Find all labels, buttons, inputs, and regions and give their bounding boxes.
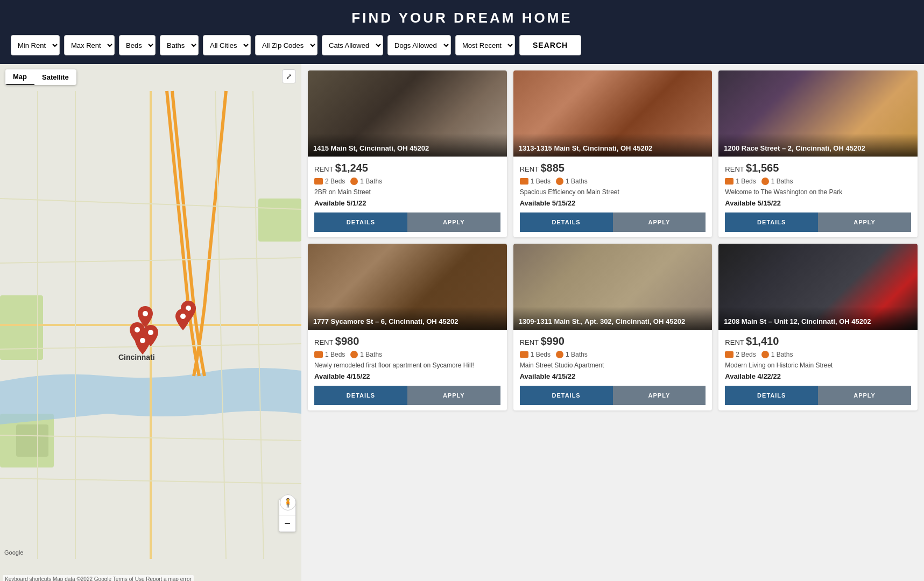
listing-rent-3: RENT $1,565 [725, 162, 911, 174]
map-background: Cincinnati [0, 64, 301, 581]
listing-availability-3: Available 5/15/22 [725, 199, 911, 207]
listing-description-2: Spacious Efficiency on Main Street [520, 188, 706, 196]
listing-description-5: Main Street Studio Apartment [520, 362, 706, 369]
listing-rent-2: RENT $885 [520, 162, 706, 174]
map-zoom-out-button[interactable]: − [279, 515, 295, 532]
listing-actions-1: DETAILS APPLY [314, 212, 500, 232]
map-panel: Map Satellite ⤢ [0, 64, 301, 581]
svg-text:Google: Google [4, 549, 23, 556]
zip-codes-select[interactable]: All Zip Codes [255, 35, 318, 55]
listing-image-6: 1208 Main St – Unit 12, Cincinnati, OH 4… [718, 244, 918, 330]
dogs-allowed-select[interactable]: Dogs Allowed [387, 35, 451, 55]
listing-bed-bath-1: 2 Beds 1 Baths [314, 178, 500, 185]
bed-icon-2 [520, 178, 528, 185]
bath-icon-4 [350, 351, 358, 358]
listing-rent-1: RENT $1,245 [314, 162, 500, 174]
details-button-1[interactable]: DETAILS [314, 212, 407, 232]
listing-baths-1: 1 Baths [350, 178, 382, 185]
listing-rent-4: RENT $980 [314, 335, 500, 348]
listing-bed-bath-2: 1 Beds 1 Baths [520, 178, 706, 185]
listings-panel: 1415 Main St, Cincinnati, OH 45202 RENT … [301, 64, 924, 581]
listing-actions-5: DETAILS APPLY [520, 386, 706, 405]
main-content: Map Satellite ⤢ [0, 64, 924, 581]
bed-icon-6 [725, 351, 733, 358]
listing-body-3: RENT $1,565 1 Beds 1 Baths Welcome to Th… [718, 157, 918, 237]
search-button[interactable]: SEARCH [519, 35, 581, 55]
apply-button-1[interactable]: APPLY [407, 212, 500, 232]
bath-icon-1 [350, 178, 358, 185]
details-button-4[interactable]: DETAILS [314, 386, 407, 405]
listing-availability-2: Available 5/15/22 [520, 199, 706, 207]
details-button-5[interactable]: DETAILS [520, 386, 613, 405]
listing-address-3: 1200 Race Street – 2, Cincinnati, OH 452… [718, 133, 918, 157]
details-button-6[interactable]: DETAILS [725, 386, 818, 405]
svg-rect-4 [16, 424, 48, 457]
listing-address-5: 1309-1311 Main St., Apt. 302, Cincinnati… [513, 307, 713, 330]
satellite-tab[interactable]: Satellite [34, 69, 76, 85]
listing-image-5: 1309-1311 Main St., Apt. 302, Cincinnati… [513, 244, 713, 330]
svg-point-18 [135, 327, 140, 332]
max-rent-select[interactable]: Max Rent [64, 35, 115, 55]
svg-point-20 [140, 338, 145, 343]
baths-select[interactable]: Baths [160, 35, 199, 55]
bed-icon-4 [314, 351, 323, 358]
listing-address-2: 1313-1315 Main St, Cincinnati, OH 45202 [513, 133, 713, 157]
cats-allowed-select[interactable]: Cats Allowed [322, 35, 383, 55]
apply-button-4[interactable]: APPLY [407, 386, 500, 405]
listing-baths-6: 1 Baths [761, 351, 793, 358]
details-button-3[interactable]: DETAILS [725, 212, 818, 232]
bath-icon-5 [556, 351, 563, 358]
listing-rent-6: RENT $1,410 [725, 335, 911, 348]
listing-availability-1: Available 5/1/22 [314, 199, 500, 207]
apply-button-6[interactable]: APPLY [818, 386, 911, 405]
listing-body-4: RENT $980 1 Beds 1 Baths Newly remodeled… [308, 330, 507, 410]
listing-body-6: RENT $1,410 2 Beds 1 Baths Modern Living… [718, 330, 918, 410]
listing-actions-2: DETAILS APPLY [520, 212, 706, 232]
pegman-icon[interactable]: 🧍 [280, 494, 296, 511]
listing-description-3: Welcome to The Washington on the Park [725, 188, 911, 196]
map-svg: Cincinnati [0, 64, 301, 581]
bed-icon-1 [314, 178, 323, 185]
apply-button-2[interactable]: APPLY [613, 212, 706, 232]
svg-point-22 [180, 314, 186, 319]
listing-actions-4: DETAILS APPLY [314, 386, 500, 405]
listing-beds-1: 2 Beds [314, 178, 345, 185]
listing-address-6: 1208 Main St – Unit 12, Cincinnati, OH 4… [718, 307, 918, 330]
bath-icon-2 [556, 178, 563, 185]
sort-select[interactable]: Most Recent [455, 35, 515, 55]
listing-beds-3: 1 Beds [725, 178, 756, 185]
bed-icon-5 [520, 351, 528, 358]
listing-image-1: 1415 Main St, Cincinnati, OH 45202 [308, 70, 507, 157]
listing-actions-6: DETAILS APPLY [725, 386, 911, 405]
listing-beds-2: 1 Beds [520, 178, 551, 185]
listing-body-2: RENT $885 1 Beds 1 Baths Spacious Effici… [513, 157, 713, 237]
listing-body-5: RENT $990 1 Beds 1 Baths Main Street Stu… [513, 330, 713, 410]
header: FIND YOUR DREAM HOME [0, 0, 924, 35]
listing-bed-bath-6: 2 Beds 1 Baths [725, 351, 911, 358]
listing-beds-6: 2 Beds [725, 351, 756, 358]
bath-icon-6 [761, 351, 769, 358]
listing-description-4: Newly remodeled first floor apartment on… [314, 362, 500, 369]
listing-card-3: 1200 Race Street – 2, Cincinnati, OH 452… [718, 70, 918, 237]
listing-bed-bath-4: 1 Beds 1 Baths [314, 351, 500, 358]
apply-button-5[interactable]: APPLY [613, 386, 706, 405]
map-tab[interactable]: Map [5, 69, 34, 85]
listing-baths-3: 1 Baths [761, 178, 793, 185]
beds-select[interactable]: Beds [119, 35, 156, 55]
listing-card-6: 1208 Main St – Unit 12, Cincinnati, OH 4… [718, 244, 918, 410]
listing-image-2: 1313-1315 Main St, Cincinnati, OH 45202 [513, 70, 713, 157]
listing-card-1: 1415 Main St, Cincinnati, OH 45202 RENT … [308, 70, 507, 237]
listing-image-3: 1200 Race Street – 2, Cincinnati, OH 452… [718, 70, 918, 157]
apply-button-3[interactable]: APPLY [818, 212, 911, 232]
listing-availability-6: Available 4/22/22 [725, 372, 911, 380]
search-bar: Min Rent Max Rent Beds Baths All Cities … [0, 35, 924, 64]
listing-body-1: RENT $1,245 2 Beds 1 Baths 2BR on Main S… [308, 157, 507, 237]
details-button-2[interactable]: DETAILS [520, 212, 613, 232]
map-expand-button[interactable]: ⤢ [282, 69, 296, 83]
listings-grid: 1415 Main St, Cincinnati, OH 45202 RENT … [308, 70, 918, 410]
map-attribution: Keyboard shortcuts Map data ©2022 Google… [3, 575, 194, 581]
min-rent-select[interactable]: Min Rent [11, 35, 60, 55]
listing-image-4: 1777 Sycamore St – 6, Cincinnati, OH 452… [308, 244, 507, 330]
cities-select[interactable]: All Cities [203, 35, 251, 55]
svg-rect-1 [0, 295, 43, 360]
